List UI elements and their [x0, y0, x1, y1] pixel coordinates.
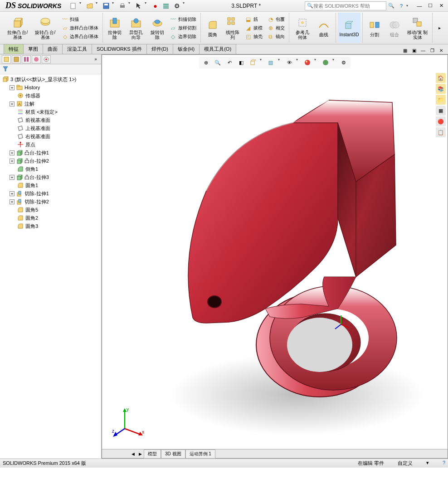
- save-button[interactable]: [101, 1, 111, 11]
- expand-icon[interactable]: +: [10, 85, 15, 90]
- fillet-button[interactable]: 圆角: [203, 13, 223, 43]
- dropdown-arrow-icon[interactable]: ▾: [406, 4, 411, 8]
- status-custom[interactable]: 自定义: [398, 460, 413, 467]
- tree-item[interactable]: 上视基准面: [1, 124, 100, 132]
- doc-cascade-icon[interactable]: ▣: [410, 47, 418, 54]
- maximize-button[interactable]: ☐: [425, 1, 435, 11]
- tab-3[interactable]: 渲染工具: [62, 44, 92, 54]
- help-search[interactable]: 🔍: [305, 1, 386, 10]
- expand-icon[interactable]: +: [10, 191, 15, 196]
- select-button[interactable]: [134, 1, 144, 11]
- tree-item[interactable]: 圆角1: [1, 181, 100, 189]
- split-button[interactable]: 分割: [365, 13, 385, 43]
- hole-wizard-button[interactable]: 异型孔 向导: [125, 13, 147, 43]
- loft-cut-button[interactable]: ▱放样切割: [168, 24, 198, 32]
- status-help-icon[interactable]: ?: [443, 460, 445, 467]
- doc-minimize-button[interactable]: —: [419, 47, 427, 54]
- sweep-button[interactable]: 〰扫描: [60, 15, 100, 24]
- tree-item[interactable]: 传感器: [1, 92, 100, 100]
- new-button[interactable]: [68, 1, 78, 11]
- tree-item[interactable]: +凸台-拉伸2: [1, 157, 100, 165]
- tab-next-icon[interactable]: ▶: [136, 449, 144, 459]
- ribbon-expand-icon[interactable]: ▸: [434, 23, 444, 33]
- shell-button[interactable]: ◰抽壳: [243, 33, 264, 41]
- tab-prev-icon[interactable]: ◀: [129, 449, 136, 459]
- tab-5[interactable]: 焊件(D): [146, 44, 173, 54]
- doc-restore-button[interactable]: ❐: [428, 47, 436, 54]
- expand-icon[interactable]: +: [10, 150, 15, 155]
- minimize-button[interactable]: —: [414, 1, 424, 11]
- tree-item[interactable]: +凸台-拉伸3: [1, 173, 100, 181]
- tree-item[interactable]: 前视基准面: [1, 116, 100, 124]
- dropdown-arrow-icon[interactable]: ▾: [96, 1, 100, 11]
- dropdown-arrow-icon[interactable]: ▾: [128, 1, 133, 11]
- revolve-cut-button[interactable]: 旋转切 除: [147, 13, 167, 43]
- configuration-manager-tab[interactable]: [22, 55, 31, 63]
- tree-item[interactable]: 原点: [1, 140, 100, 149]
- sweep-cut-button[interactable]: 〰扫描切除: [168, 15, 198, 24]
- panel-flyout-icon[interactable]: »: [92, 54, 99, 64]
- instant3d-button[interactable]: Instant3D: [338, 13, 361, 43]
- tab-0[interactable]: 特征: [4, 44, 24, 54]
- rebuild-button[interactable]: ●: [150, 1, 160, 11]
- combine-button[interactable]: 组合: [385, 13, 404, 43]
- options-button[interactable]: [161, 1, 171, 11]
- tree-root[interactable]: 3 (默认<<默认>_显示状态 1>): [1, 75, 100, 83]
- expand-icon[interactable]: +: [10, 175, 15, 180]
- tree-item[interactable]: +切除-拉伸1: [1, 189, 100, 198]
- open-button[interactable]: [85, 1, 95, 11]
- tree-item[interactable]: 圆角3: [1, 222, 100, 230]
- dropdown-arrow-icon[interactable]: ▾: [183, 1, 187, 11]
- rib-button[interactable]: ⬓筋: [243, 15, 264, 24]
- filter-icon[interactable]: [2, 65, 9, 72]
- tab-1[interactable]: 草图: [23, 44, 43, 54]
- curves-button[interactable]: 曲线: [314, 13, 334, 43]
- status-dropdown-icon[interactable]: ▾: [426, 460, 429, 467]
- tab-4[interactable]: SOLIDWORKS 插件: [92, 44, 147, 54]
- doc-tile-icon[interactable]: ▦: [401, 47, 409, 54]
- intersect-button[interactable]: ⊗相交: [266, 24, 286, 32]
- tree-item[interactable]: +A注解: [1, 100, 100, 108]
- wrap-button[interactable]: ◔包覆: [266, 15, 286, 24]
- tab-7[interactable]: 模具工具(O): [199, 44, 236, 54]
- feature-tree[interactable]: 3 (默认<<默认>_显示状态 1>) +History传感器+A注解材质 <未…: [0, 74, 101, 459]
- print-button[interactable]: [117, 1, 127, 11]
- tree-item[interactable]: 圆角2: [1, 214, 100, 222]
- search-input[interactable]: [313, 3, 377, 9]
- tree-item[interactable]: 倒角1: [1, 165, 100, 173]
- revolve-boss-button[interactable]: 旋转凸 台/基体: [31, 13, 59, 43]
- loft-button[interactable]: ▱放样凸台/基体: [60, 24, 100, 32]
- feature-manager-tab[interactable]: [2, 55, 11, 63]
- mirror-button[interactable]: ⧉镜向: [266, 33, 286, 41]
- display-manager-tab[interactable]: [42, 55, 51, 63]
- draft-button[interactable]: ◢拔模: [243, 24, 264, 32]
- linear-pattern-button[interactable]: 线性阵 列: [223, 13, 243, 43]
- tree-item[interactable]: +切除-拉伸2: [1, 198, 100, 206]
- move-copy-button[interactable]: 移动/复 制实体: [404, 13, 430, 43]
- dimexpert-manager-tab[interactable]: [32, 55, 41, 63]
- dropdown-arrow-icon[interactable]: ▾: [112, 1, 117, 11]
- bottom-tab-0[interactable]: 模型: [144, 449, 161, 459]
- ref-geometry-button[interactable]: 参考几 何体: [291, 13, 314, 43]
- search-go-button[interactable]: 🔍: [386, 1, 396, 11]
- tree-item[interactable]: 材质 <未指定>: [1, 108, 100, 116]
- tree-item[interactable]: +History: [1, 83, 100, 92]
- tree-item[interactable]: +凸台-拉伸1: [1, 149, 100, 157]
- boundary-button[interactable]: ◇边界凸台/基体: [60, 33, 100, 41]
- boundary-cut-button[interactable]: ◇边界切除: [168, 33, 198, 41]
- tree-item[interactable]: 圆角5: [1, 206, 100, 214]
- extrude-boss-button[interactable]: 拉伸凸 台/基体: [4, 13, 31, 43]
- close-button[interactable]: ✕: [436, 1, 446, 11]
- tab-2[interactable]: 曲面: [43, 44, 63, 54]
- doc-close-button[interactable]: ✕: [437, 47, 445, 54]
- expand-icon[interactable]: +: [10, 199, 15, 204]
- extrude-cut-button[interactable]: 拉伸切 除: [105, 13, 125, 43]
- tree-item[interactable]: 右视基准面: [1, 132, 100, 140]
- graphics-viewport[interactable]: ⊕ 🔍 ↶ ◧ ▾ ▾ 👁▾ ▾ ▾ ⚙ 🏠 📚 📁 ▦ 🔴 📋: [102, 54, 448, 459]
- property-manager-tab[interactable]: [12, 55, 21, 63]
- tab-6[interactable]: 钣金(H): [173, 44, 200, 54]
- dropdown-arrow-icon[interactable]: ▾: [79, 1, 84, 11]
- settings-button[interactable]: ⚙: [172, 1, 182, 11]
- dropdown-arrow-icon[interactable]: ▾: [145, 1, 149, 11]
- bottom-tab-2[interactable]: 运动算例 1: [185, 449, 215, 459]
